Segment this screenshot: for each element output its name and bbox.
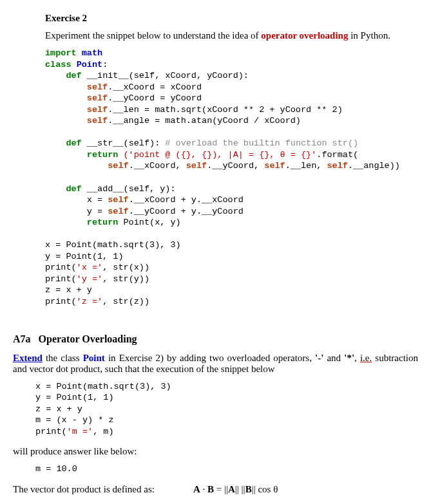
kw-self: self — [87, 105, 108, 115]
kw-self: self — [108, 207, 128, 216]
init-line1: .__xCoord = xCoord — [108, 82, 202, 92]
str-literal: ('point @ ({}, {}), |A| = {}, θ = {}' — [118, 150, 316, 160]
vector-line: The vector dot product is defined as: A … — [13, 484, 418, 495]
output-intro: will produce answer like below: — [13, 446, 418, 457]
add-l2b: .__yCoord + y.__yCoord — [129, 207, 244, 216]
kw-return: return — [87, 150, 119, 160]
main-l4a: print( — [45, 274, 77, 284]
init-line2: .__yCoord = yCoord — [108, 93, 202, 103]
c2-l3: z = x + y — [35, 404, 82, 414]
part2-paragraph: Extend the class Point in Exercise 2) by… — [13, 353, 418, 375]
main-l1: x = Point(math.sqrt(3), 3) — [45, 240, 181, 250]
kw-def: def — [66, 184, 81, 194]
p2-d: , — [354, 353, 360, 363]
exercise-title: Exercise 2 — [45, 13, 418, 24]
main-l5: z = x + y — [45, 285, 92, 295]
p2-c: and — [323, 353, 344, 363]
kw-def: def — [66, 138, 81, 148]
section-label: A7a — [13, 333, 31, 344]
main-l4b: , str(y)) — [102, 274, 149, 284]
c2-l5s: 'm =' — [67, 427, 93, 436]
kw-import: import — [45, 48, 77, 58]
c2-l1: x = Point(math.sqrt(3), 3) — [35, 382, 171, 391]
main-l3b: , str(x)) — [102, 263, 149, 272]
class-point-ref: Point — [83, 353, 105, 363]
init-sig: __init__(self, xCoord, yCoord): — [87, 71, 249, 80]
kw-self: self — [87, 116, 108, 126]
add-sig: __add__(self, y): — [87, 184, 176, 194]
init-line4: .__angle = math.atan(yCoord / xCoord) — [108, 116, 301, 126]
exercise-intro: Experiment the snippet below to understa… — [45, 30, 418, 41]
section-title: Operator Overloading — [39, 333, 137, 344]
add-l1b: .__xCoord + y.__xCoord — [129, 195, 244, 205]
fmt-arg4: .__angle)) — [348, 161, 400, 171]
intro-suffix: in Python. — [348, 30, 390, 41]
fmt-arg2: .__yCoord, — [207, 161, 264, 171]
add-ret: Point(x, y) — [118, 218, 180, 227]
str-sig: __str__(self): — [87, 138, 160, 148]
c2-l5b: , m) — [93, 427, 113, 436]
format-call: .format( — [316, 150, 358, 160]
module-math: math — [82, 48, 102, 58]
fmt-arg1: .__xCoord, — [129, 161, 186, 171]
code-block-1: import math class Point: def __init__(se… — [45, 48, 418, 308]
main-l2: y = Point(1, 1) — [45, 252, 124, 261]
kw-self: self — [108, 161, 128, 171]
colon: : — [102, 60, 108, 70]
main-l6s: 'z =' — [77, 297, 103, 306]
main-l6b: , str(z)) — [102, 297, 149, 306]
add-l1a: x = — [87, 195, 108, 205]
op-sub: '-' — [315, 353, 323, 363]
kw-self: self — [264, 161, 285, 171]
p2-b: in Exercise 2) by adding two overloaded … — [105, 353, 315, 363]
add-l2a: y = — [87, 207, 108, 216]
kw-self: self — [108, 195, 128, 205]
ie-word: i.e. — [360, 353, 372, 363]
kw-self: self — [327, 161, 348, 171]
main-l4s: 'y =' — [77, 274, 103, 284]
section-heading: A7a Operator Overloading — [13, 333, 418, 345]
main-l3s: 'x =' — [77, 263, 103, 272]
str-comment: # overload the builtin function str() — [160, 138, 358, 148]
c2-l5a: print( — [35, 427, 67, 436]
kw-class: class — [45, 60, 72, 70]
output-line: m = 10.0 — [35, 463, 418, 475]
code-block-2: x = Point(math.sqrt(3), 3) y = Point(1, … — [35, 381, 418, 438]
extend-word: Extend — [13, 353, 43, 363]
kw-return: return — [87, 218, 119, 227]
intro-prefix: Experiment the snippet below to understa… — [45, 30, 261, 41]
main-l6a: print( — [45, 297, 77, 306]
kw-def: def — [66, 71, 81, 80]
kw-self: self — [186, 161, 207, 171]
kw-self: self — [87, 93, 108, 103]
kw-self: self — [87, 82, 108, 92]
op-mul: '*' — [344, 353, 354, 363]
vector-text: The vector dot product is defined as: — [13, 484, 155, 495]
p2-a: the class — [43, 353, 83, 363]
c2-l2: y = Point(1, 1) — [35, 393, 114, 402]
class-point: Point — [77, 60, 103, 70]
fmt-arg3: .__len, — [285, 161, 327, 171]
operator-overloading-term: operator overloading — [261, 30, 348, 41]
vector-formula: A · B = ||A|| ||B|| cos θ — [193, 484, 278, 495]
init-line3: .__len = math.sqrt(xCoord ** 2 + yCoord … — [108, 105, 343, 115]
main-l3a: print( — [45, 263, 77, 272]
c2-l4: m = (x - y) * z — [35, 415, 114, 425]
